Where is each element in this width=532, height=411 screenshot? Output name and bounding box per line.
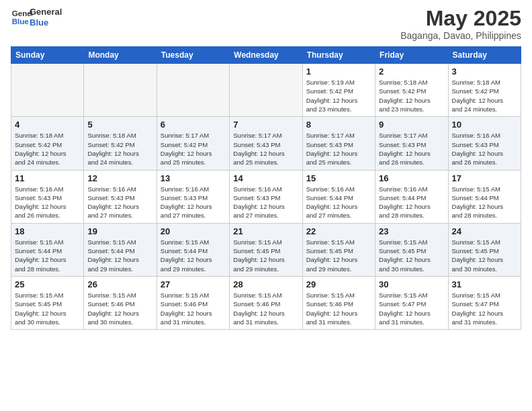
day-number: 29 (306, 279, 371, 289)
calendar-cell: 20Sunrise: 5:15 AM Sunset: 5:44 PM Dayli… (157, 223, 229, 276)
weekday-header-thursday: Thursday (302, 47, 375, 64)
day-info: Sunrise: 5:15 AM Sunset: 5:45 PM Dayligh… (15, 291, 80, 326)
calendar-cell: 16Sunrise: 5:16 AM Sunset: 5:44 PM Dayli… (375, 170, 448, 223)
day-info: Sunrise: 5:17 AM Sunset: 5:43 PM Dayligh… (306, 131, 371, 167)
day-number: 6 (161, 120, 226, 130)
day-number: 17 (452, 173, 517, 183)
day-info: Sunrise: 5:15 AM Sunset: 5:45 PM Dayligh… (233, 238, 298, 273)
day-info: Sunrise: 5:15 AM Sunset: 5:45 PM Dayligh… (379, 238, 444, 273)
day-number: 2 (379, 66, 444, 77)
day-number: 5 (87, 120, 152, 130)
calendar-week-row: 1Sunrise: 5:19 AM Sunset: 5:42 PM Daylig… (11, 64, 521, 117)
day-info: Sunrise: 5:16 AM Sunset: 5:43 PM Dayligh… (161, 185, 226, 220)
calendar-cell: 21Sunrise: 5:15 AM Sunset: 5:45 PM Dayli… (230, 223, 302, 276)
calendar-cell: 26Sunrise: 5:15 AM Sunset: 5:46 PM Dayli… (84, 276, 157, 329)
day-number: 31 (452, 279, 517, 289)
day-number: 1 (306, 66, 371, 77)
day-info: Sunrise: 5:15 AM Sunset: 5:44 PM Dayligh… (15, 238, 80, 273)
calendar-cell: 10Sunrise: 5:16 AM Sunset: 5:43 PM Dayli… (448, 117, 521, 170)
day-number: 27 (161, 279, 226, 289)
day-number: 21 (233, 226, 298, 236)
calendar-cell: 4Sunrise: 5:18 AM Sunset: 5:42 PM Daylig… (11, 117, 84, 170)
day-info: Sunrise: 5:16 AM Sunset: 5:44 PM Dayligh… (379, 185, 444, 220)
calendar-cell: 8Sunrise: 5:17 AM Sunset: 5:43 PM Daylig… (302, 117, 375, 170)
day-number: 15 (306, 173, 371, 183)
weekday-header-monday: Monday (84, 47, 157, 64)
calendar-week-row: 25Sunrise: 5:15 AM Sunset: 5:45 PM Dayli… (11, 276, 521, 329)
day-number: 8 (306, 120, 371, 130)
page: General Blue General Blue May 2025 Bagan… (0, 0, 532, 340)
calendar-cell: 29Sunrise: 5:15 AM Sunset: 5:46 PM Dayli… (302, 276, 375, 329)
calendar-cell: 6Sunrise: 5:17 AM Sunset: 5:42 PM Daylig… (157, 117, 229, 170)
day-info: Sunrise: 5:17 AM Sunset: 5:43 PM Dayligh… (379, 131, 444, 167)
header: General Blue General Blue May 2025 Bagan… (11, 7, 521, 41)
logo-line1: General (30, 7, 62, 17)
day-number: 20 (161, 226, 226, 236)
day-info: Sunrise: 5:18 AM Sunset: 5:42 PM Dayligh… (452, 78, 517, 113)
day-info: Sunrise: 5:15 AM Sunset: 5:46 PM Dayligh… (233, 291, 298, 326)
calendar-cell: 31Sunrise: 5:15 AM Sunset: 5:47 PM Dayli… (448, 276, 521, 329)
day-info: Sunrise: 5:18 AM Sunset: 5:42 PM Dayligh… (15, 131, 80, 167)
day-number: 7 (233, 120, 298, 130)
day-info: Sunrise: 5:16 AM Sunset: 5:43 PM Dayligh… (452, 131, 517, 167)
calendar-cell: 9Sunrise: 5:17 AM Sunset: 5:43 PM Daylig… (375, 117, 448, 170)
calendar: SundayMondayTuesdayWednesdayThursdayFrid… (11, 46, 521, 330)
calendar-cell: 14Sunrise: 5:16 AM Sunset: 5:43 PM Dayli… (230, 170, 302, 223)
day-info: Sunrise: 5:15 AM Sunset: 5:46 PM Dayligh… (87, 291, 152, 326)
calendar-cell: 30Sunrise: 5:15 AM Sunset: 5:47 PM Dayli… (375, 276, 448, 329)
day-info: Sunrise: 5:15 AM Sunset: 5:46 PM Dayligh… (306, 291, 371, 326)
day-info: Sunrise: 5:15 AM Sunset: 5:45 PM Dayligh… (452, 238, 517, 273)
day-number: 14 (233, 173, 298, 183)
logo: General Blue General Blue (11, 7, 62, 28)
title-area: May 2025 Baganga, Davao, Philippines (400, 7, 521, 41)
calendar-cell: 18Sunrise: 5:15 AM Sunset: 5:44 PM Dayli… (11, 223, 84, 276)
day-info: Sunrise: 5:15 AM Sunset: 5:47 PM Dayligh… (452, 291, 517, 326)
calendar-cell: 1Sunrise: 5:19 AM Sunset: 5:42 PM Daylig… (302, 64, 375, 117)
month-title: May 2025 (400, 7, 521, 30)
day-info: Sunrise: 5:18 AM Sunset: 5:42 PM Dayligh… (87, 131, 152, 167)
day-info: Sunrise: 5:16 AM Sunset: 5:43 PM Dayligh… (15, 185, 80, 220)
calendar-body: 1Sunrise: 5:19 AM Sunset: 5:42 PM Daylig… (11, 64, 521, 330)
day-info: Sunrise: 5:19 AM Sunset: 5:42 PM Dayligh… (306, 78, 371, 113)
calendar-cell (157, 64, 229, 117)
calendar-cell: 15Sunrise: 5:16 AM Sunset: 5:44 PM Dayli… (302, 170, 375, 223)
calendar-cell (11, 64, 84, 117)
day-number: 26 (87, 279, 152, 289)
logo-line2: Blue (30, 17, 62, 28)
weekday-header-row: SundayMondayTuesdayWednesdayThursdayFrid… (11, 47, 521, 64)
day-info: Sunrise: 5:15 AM Sunset: 5:44 PM Dayligh… (452, 185, 517, 220)
day-number: 25 (15, 279, 80, 289)
calendar-week-row: 11Sunrise: 5:16 AM Sunset: 5:43 PM Dayli… (11, 170, 521, 223)
calendar-cell: 24Sunrise: 5:15 AM Sunset: 5:45 PM Dayli… (448, 223, 521, 276)
day-number: 30 (379, 279, 444, 289)
calendar-cell: 12Sunrise: 5:16 AM Sunset: 5:43 PM Dayli… (84, 170, 157, 223)
day-info: Sunrise: 5:18 AM Sunset: 5:42 PM Dayligh… (379, 78, 444, 113)
weekday-header-saturday: Saturday (448, 47, 521, 64)
day-number: 24 (452, 226, 517, 236)
calendar-cell: 23Sunrise: 5:15 AM Sunset: 5:45 PM Dayli… (375, 223, 448, 276)
day-info: Sunrise: 5:17 AM Sunset: 5:42 PM Dayligh… (161, 131, 226, 167)
day-info: Sunrise: 5:16 AM Sunset: 5:44 PM Dayligh… (306, 185, 371, 220)
day-info: Sunrise: 5:15 AM Sunset: 5:45 PM Dayligh… (306, 238, 371, 273)
day-info: Sunrise: 5:16 AM Sunset: 5:43 PM Dayligh… (233, 185, 298, 220)
calendar-cell (84, 64, 157, 117)
day-number: 9 (379, 120, 444, 130)
calendar-cell: 13Sunrise: 5:16 AM Sunset: 5:43 PM Dayli… (157, 170, 229, 223)
calendar-cell: 11Sunrise: 5:16 AM Sunset: 5:43 PM Dayli… (11, 170, 84, 223)
day-info: Sunrise: 5:15 AM Sunset: 5:44 PM Dayligh… (87, 238, 152, 273)
day-number: 23 (379, 226, 444, 236)
day-number: 16 (379, 173, 444, 183)
day-number: 4 (15, 120, 80, 130)
day-info: Sunrise: 5:15 AM Sunset: 5:47 PM Dayligh… (379, 291, 444, 326)
weekday-header-friday: Friday (375, 47, 448, 64)
calendar-cell: 28Sunrise: 5:15 AM Sunset: 5:46 PM Dayli… (230, 276, 302, 329)
calendar-cell: 5Sunrise: 5:18 AM Sunset: 5:42 PM Daylig… (84, 117, 157, 170)
calendar-cell: 2Sunrise: 5:18 AM Sunset: 5:42 PM Daylig… (375, 64, 448, 117)
day-info: Sunrise: 5:16 AM Sunset: 5:43 PM Dayligh… (87, 185, 152, 220)
calendar-header: SundayMondayTuesdayWednesdayThursdayFrid… (11, 47, 521, 64)
day-number: 10 (452, 120, 517, 130)
day-info: Sunrise: 5:15 AM Sunset: 5:46 PM Dayligh… (161, 291, 226, 326)
calendar-cell: 7Sunrise: 5:17 AM Sunset: 5:43 PM Daylig… (230, 117, 302, 170)
day-info: Sunrise: 5:15 AM Sunset: 5:44 PM Dayligh… (161, 238, 226, 273)
day-number: 3 (452, 66, 517, 77)
